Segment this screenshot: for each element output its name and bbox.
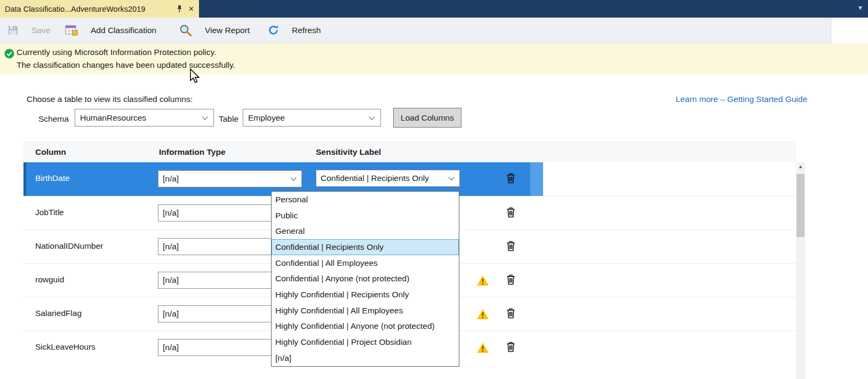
row-selection-accent bbox=[23, 162, 26, 196]
row-column-name: SalariedFlag bbox=[35, 309, 82, 318]
delete-classification-icon[interactable] bbox=[506, 207, 515, 218]
sensitivity-label-value: Confidential | Recipients Only bbox=[321, 173, 429, 183]
delete-classification-icon[interactable] bbox=[506, 173, 515, 184]
dropdown-option[interactable]: Confidential | Anyone (not protected) bbox=[272, 271, 459, 287]
window-menu-chevron-icon[interactable]: ▾ bbox=[858, 3, 862, 12]
header-column: Column bbox=[35, 147, 66, 157]
dropdown-option[interactable]: Highly Confidential | All Employees bbox=[272, 303, 459, 319]
load-columns-button[interactable]: Load Columns bbox=[393, 108, 461, 128]
choose-table-label: Choose a table to view its classified co… bbox=[27, 94, 193, 104]
view-report-button[interactable]: View Report bbox=[176, 18, 253, 43]
dropdown-option[interactable]: Highly Confidential | Recipients Only bbox=[272, 287, 459, 303]
tab-bar: Data Classificatio...AdventureWorks2019 … bbox=[0, 0, 868, 18]
toolbar: Save Add Classification View Report Refr… bbox=[0, 18, 831, 43]
toolbar-spacer bbox=[831, 18, 868, 43]
add-classification-button[interactable]: Add Classification bbox=[62, 18, 160, 43]
tab-title: Data Classificatio...AdventureWorks2019 bbox=[5, 5, 171, 13]
view-report-label: View Report bbox=[205, 26, 250, 35]
row-column-name: rowguid bbox=[35, 275, 64, 285]
sensitivity-label-dropdown[interactable]: Confidential | Recipients Only bbox=[316, 170, 460, 187]
header-information-type: Information Type bbox=[159, 147, 226, 157]
dropdown-option[interactable]: Public bbox=[272, 208, 459, 224]
save-button[interactable]: Save bbox=[4, 18, 53, 43]
delete-classification-icon[interactable] bbox=[506, 308, 515, 319]
row-column-name: SickLeaveHours bbox=[35, 342, 95, 352]
dropdown-option-highlighted[interactable]: Confidential | Recipients Only bbox=[272, 239, 459, 255]
table-dropdown-value: Employee bbox=[248, 113, 285, 123]
pin-icon[interactable] bbox=[177, 5, 182, 13]
schema-dropdown[interactable]: HumanResources bbox=[75, 109, 214, 127]
banner-message-line2: The classification changes have been upd… bbox=[17, 60, 235, 70]
policy-banner: Currently using Microsoft Information Pr… bbox=[0, 43, 868, 74]
sensitivity-options-list: Personal Public General Confidential | R… bbox=[271, 191, 459, 367]
dropdown-option[interactable]: Highly Confidential | Anyone (not protec… bbox=[272, 319, 459, 335]
document-tab[interactable]: Data Classificatio...AdventureWorks2019 … bbox=[0, 0, 199, 18]
banner-message-line1: Currently using Microsoft Information Pr… bbox=[17, 48, 216, 57]
add-classification-icon bbox=[65, 25, 78, 36]
warning-icon bbox=[476, 309, 489, 320]
schema-label: Schema bbox=[38, 114, 69, 124]
information-type-value: [n/a] bbox=[163, 309, 179, 319]
table-label: Table bbox=[219, 114, 238, 124]
row-column-name: BirthDate bbox=[35, 173, 70, 183]
refresh-button[interactable]: Refresh bbox=[265, 18, 324, 43]
warning-icon bbox=[476, 275, 489, 286]
success-check-icon bbox=[4, 49, 14, 61]
dropdown-option[interactable]: Personal bbox=[272, 192, 459, 208]
table-dropdown[interactable]: Employee bbox=[243, 109, 381, 127]
close-icon[interactable]: ✕ bbox=[188, 5, 194, 12]
add-classification-label: Add Classification bbox=[91, 26, 156, 35]
information-type-value: [n/a] bbox=[163, 208, 179, 218]
information-type-dropdown[interactable]: [n/a] bbox=[158, 170, 302, 187]
dropdown-option[interactable]: General bbox=[272, 223, 459, 239]
row-selection-endcap bbox=[530, 162, 543, 196]
grid-header: Column Information Type Sensitivity Labe… bbox=[23, 141, 796, 162]
header-sensitivity-label: Sensitivity Label bbox=[316, 147, 381, 157]
row-column-name: NationalIDNumber bbox=[35, 241, 103, 251]
save-label: Save bbox=[31, 26, 50, 35]
information-type-value: [n/a] bbox=[163, 174, 179, 184]
information-type-value: [n/a] bbox=[163, 242, 179, 251]
delete-classification-icon[interactable] bbox=[506, 274, 515, 285]
scrollbar-thumb[interactable] bbox=[797, 174, 805, 237]
view-report-icon bbox=[179, 24, 192, 37]
scroll-up-arrow-icon[interactable]: ▲ bbox=[796, 164, 805, 169]
warning-icon bbox=[476, 342, 489, 353]
delete-classification-icon[interactable] bbox=[506, 241, 515, 251]
vertical-scrollbar[interactable]: ▲ bbox=[796, 162, 805, 379]
row-column-name: JobTitle bbox=[35, 208, 64, 217]
schema-dropdown-value: HumanResources bbox=[80, 113, 146, 123]
information-type-value: [n/a] bbox=[163, 343, 179, 352]
refresh-icon bbox=[268, 25, 279, 36]
dropdown-option[interactable]: Confidential | All Employees bbox=[272, 255, 459, 271]
dropdown-option[interactable]: Highly Confidential | Project Obsidian bbox=[272, 334, 459, 350]
save-icon bbox=[7, 25, 19, 36]
mouse-cursor bbox=[189, 68, 200, 84]
information-type-value: [n/a] bbox=[163, 275, 179, 285]
delete-classification-icon[interactable] bbox=[506, 342, 515, 352]
refresh-label: Refresh bbox=[292, 26, 321, 35]
learn-more-link[interactable]: Learn more – Getting Started Guide bbox=[676, 94, 807, 104]
dropdown-option[interactable]: [n/a] bbox=[272, 350, 459, 366]
